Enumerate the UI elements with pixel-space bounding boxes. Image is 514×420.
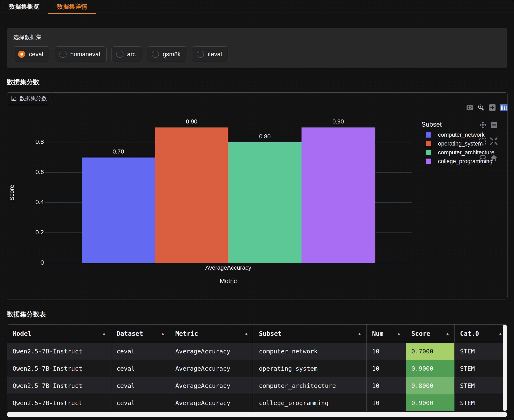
zoom-icon[interactable] bbox=[477, 104, 485, 112]
score-table: Model▲ Dataset▲ Metric▲ Subset▲ Num▲ Sco… bbox=[7, 324, 507, 411]
radio-unselected-icon bbox=[152, 51, 159, 58]
table-vertical-scrollbar[interactable] bbox=[503, 325, 507, 411]
sort-arrow-icon[interactable]: ▲ bbox=[358, 331, 361, 336]
radio-option-label: ceval bbox=[29, 51, 43, 58]
column-header-label: Score bbox=[411, 330, 430, 337]
table-row[interactable]: Qwen2.5-7B-Instruct ceval AverageAccurac… bbox=[7, 377, 507, 394]
autoscale-icon[interactable] bbox=[490, 137, 498, 145]
scatter-plot-icon bbox=[11, 96, 17, 101]
cell-score: 0.9000 bbox=[406, 394, 454, 411]
cell-dataset: ceval bbox=[111, 343, 170, 360]
cell-model: Qwen2.5-7B-Instruct bbox=[7, 360, 111, 377]
y-axis-title: Score bbox=[8, 161, 15, 224]
column-header-subset[interactable]: Subset▲ bbox=[253, 325, 367, 343]
radio-option-label: arc bbox=[127, 51, 136, 58]
column-header-label: Subset bbox=[259, 330, 282, 337]
cell-metric: AverageAccuracy bbox=[170, 394, 253, 411]
bar-value-label: 0.90 bbox=[302, 118, 375, 125]
radio-option-label: ifeval bbox=[208, 51, 222, 58]
y-tick-label: 0.2 bbox=[19, 229, 44, 236]
bar-computer-architecture[interactable] bbox=[228, 142, 302, 263]
cell-model: Qwen2.5-7B-Instruct bbox=[7, 394, 111, 411]
camera-icon[interactable] bbox=[466, 104, 474, 112]
legend-swatch-operating-system[interactable] bbox=[426, 141, 431, 146]
dataset-radio-group: ceval humaneval arc gsm8k ifeval bbox=[13, 46, 501, 62]
pan-icon[interactable] bbox=[479, 121, 487, 129]
tab-dataset-overview[interactable]: 数据集概览 bbox=[7, 0, 41, 13]
legend-label-college-programming[interactable]: college_programming bbox=[438, 158, 492, 165]
legend-swatch-college-programming[interactable] bbox=[426, 158, 431, 164]
bar-computer-network[interactable] bbox=[82, 158, 155, 263]
cell-cat0: STEM bbox=[454, 360, 507, 377]
table-row[interactable]: Qwen2.5-7B-Instruct ceval AverageAccurac… bbox=[7, 394, 507, 411]
radio-option-arc[interactable]: arc bbox=[112, 46, 142, 62]
cell-score: 0.8000 bbox=[406, 377, 454, 394]
y-tick-label: 0.6 bbox=[19, 169, 44, 176]
radio-unselected-icon bbox=[197, 51, 204, 58]
app-root: 数据集概览 数据集详情 选择数据集 ceval humaneval arc gs… bbox=[0, 0, 514, 420]
column-header-num[interactable]: Num▲ bbox=[367, 325, 406, 343]
column-header-label: Dataset bbox=[117, 330, 143, 337]
column-header-model[interactable]: Model▲ bbox=[7, 325, 111, 343]
bar-value-label: 0.90 bbox=[155, 118, 228, 125]
radio-option-humaneval[interactable]: humaneval bbox=[55, 46, 107, 62]
cell-dataset: ceval bbox=[111, 394, 170, 411]
dataset-selector-panel: 选择数据集 ceval humaneval arc gsm8k ifeval bbox=[7, 28, 507, 68]
sort-arrow-icon[interactable]: ▲ bbox=[397, 331, 400, 336]
cell-subset: computer_network bbox=[253, 343, 367, 360]
sort-arrow-icon[interactable]: ▲ bbox=[103, 331, 105, 336]
column-header-label: Cat.0 bbox=[460, 330, 479, 337]
column-header-label: Metric bbox=[175, 330, 198, 337]
tab-dataset-details[interactable]: 数据集详情 bbox=[48, 0, 96, 13]
cell-cat0: STEM bbox=[454, 343, 507, 360]
radio-option-ifeval[interactable]: ifeval bbox=[192, 46, 228, 62]
cell-metric: AverageAccuracy bbox=[170, 360, 253, 377]
cell-cat0: STEM bbox=[454, 394, 507, 411]
cell-model: Qwen2.5-7B-Instruct bbox=[7, 343, 111, 360]
bar-value-label: 0.70 bbox=[82, 148, 155, 155]
chart-panel: 数据集分数 bbox=[7, 92, 508, 300]
sort-arrow-icon[interactable]: ▲ bbox=[446, 331, 449, 336]
cell-num: 10 bbox=[367, 377, 406, 394]
legend-label-operating-system[interactable]: operating_system bbox=[438, 141, 483, 147]
column-header-dataset[interactable]: Dataset▲ bbox=[111, 325, 170, 343]
y-tick-label: 0.4 bbox=[19, 199, 44, 206]
sort-arrow-icon[interactable]: ▲ bbox=[245, 331, 248, 336]
radio-option-ceval[interactable]: ceval bbox=[13, 46, 50, 62]
table-section-heading: 数据集分数表 bbox=[7, 310, 46, 319]
table-row[interactable]: Qwen2.5-7B-Instruct ceval AverageAccurac… bbox=[7, 343, 507, 360]
bar-operating-system[interactable] bbox=[155, 128, 228, 263]
bar-college-programming[interactable] bbox=[302, 128, 375, 263]
legend-label-computer-network[interactable]: computer_network bbox=[438, 132, 484, 138]
cell-subset: college_programming bbox=[253, 394, 367, 411]
radio-unselected-icon bbox=[60, 51, 67, 58]
legend-label-computer-architecture[interactable]: computer_architecture bbox=[438, 149, 494, 156]
cell-dataset: ceval bbox=[111, 377, 170, 394]
radio-option-gsm8k[interactable]: gsm8k bbox=[147, 46, 187, 62]
tab-bar: 数据集概览 数据集详情 bbox=[0, 0, 514, 13]
cell-dataset: ceval bbox=[111, 360, 170, 377]
radio-unselected-icon bbox=[116, 51, 123, 58]
chart-section-heading: 数据集分数 bbox=[7, 78, 39, 87]
column-header-metric[interactable]: Metric▲ bbox=[170, 325, 253, 343]
zoom-in-icon[interactable] bbox=[488, 104, 496, 112]
legend-swatch-computer-architecture[interactable] bbox=[426, 150, 431, 155]
table-row[interactable]: Qwen2.5-7B-Instruct ceval AverageAccurac… bbox=[7, 360, 507, 377]
cell-metric: AverageAccuracy bbox=[170, 377, 253, 394]
column-header-label: Model bbox=[13, 330, 31, 337]
column-header-cat0[interactable]: Cat.0▲ bbox=[454, 325, 507, 343]
radio-option-label: humaneval bbox=[70, 51, 100, 58]
cell-num: 10 bbox=[367, 394, 406, 411]
plotly-logo-icon[interactable] bbox=[500, 104, 508, 112]
sort-arrow-icon[interactable]: ▲ bbox=[162, 331, 164, 336]
cell-score: 0.9000 bbox=[406, 360, 454, 377]
plot-label-text: 数据集分数 bbox=[20, 95, 47, 102]
radio-selected-icon bbox=[18, 51, 25, 58]
legend-swatch-computer-network[interactable] bbox=[426, 132, 431, 138]
bar-value-label: 0.80 bbox=[228, 133, 302, 140]
zoom-out-icon[interactable] bbox=[490, 121, 498, 129]
sort-arrow-icon[interactable]: ▲ bbox=[499, 331, 502, 336]
column-header-score[interactable]: Score▲ bbox=[406, 325, 454, 343]
table-horizontal-scrollbar[interactable] bbox=[7, 412, 507, 417]
cell-subset: operating_system bbox=[253, 360, 367, 377]
